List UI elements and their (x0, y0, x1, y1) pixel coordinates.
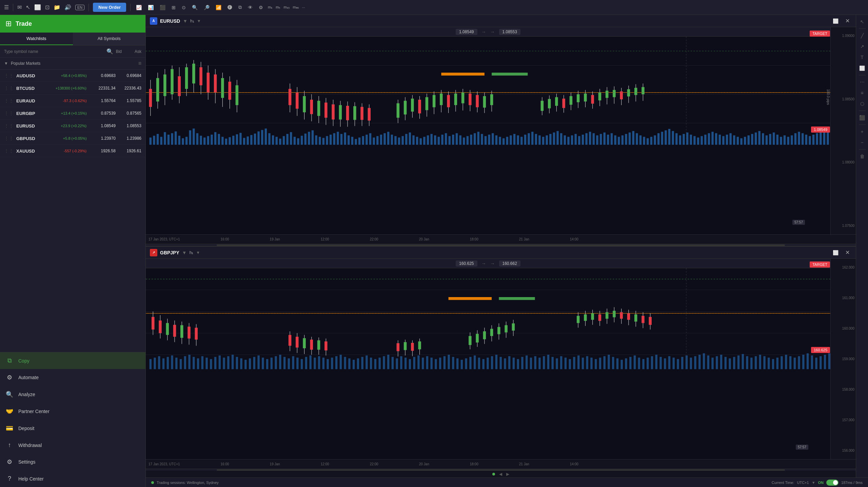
rt-zoom-in-icon[interactable]: + (859, 128, 865, 136)
svg-rect-128 (585, 133, 587, 145)
chart-toolbar-icons: 📈 📊 ⬛ ⊞ ⊙ 🔍 🔎 📶 🅕 ⧉ 👁 ⚙ m₁ m₅ m₁₅ m₃₀ ··… (135, 4, 864, 11)
m15-badge[interactable]: m₁₅ (283, 5, 289, 9)
chart1-expand-btn[interactable]: ⬜ (831, 18, 841, 24)
rt-line-icon[interactable]: ╱ (860, 32, 865, 40)
market-row[interactable]: ⋮⋮ EURGBP +13.4 (+0.15%) 0.87539 0.87565 (0, 107, 145, 120)
chart-layers-icon[interactable]: ⧉ (237, 4, 243, 11)
chart1-dropdown-icon[interactable]: ▼ (183, 18, 188, 24)
chart-zoom-icon[interactable]: 🔍 (191, 4, 199, 11)
m30-badge[interactable]: m₃₀ (293, 5, 299, 9)
market-row[interactable]: ⋮⋮ GBPUSD +5.8 (+0.05%) 1.23970 1.23986 (0, 132, 145, 145)
folder-icon[interactable]: 📁 (54, 4, 60, 11)
svg-rect-444 (711, 358, 713, 369)
chart-settings-icon[interactable]: ⚙ (257, 4, 264, 11)
chart-type-bar-icon[interactable]: 📊 (146, 4, 155, 11)
mail-icon[interactable]: ✉ (17, 4, 22, 11)
chart2-price-label-2: 161.000 (832, 296, 854, 300)
svg-rect-58 (333, 133, 335, 145)
search-input[interactable] (4, 49, 104, 54)
chart1-scrollbar[interactable] (146, 244, 856, 246)
rt-trash-icon[interactable]: 🗑 (859, 152, 866, 160)
svg-rect-111 (524, 135, 526, 145)
nav-icon: ↑ (5, 442, 14, 449)
chart1-close-btn[interactable]: ✕ (843, 17, 852, 25)
svg-rect-185 (791, 135, 793, 145)
speaker-icon[interactable]: 🔊 (64, 4, 71, 11)
chart2-x-label-7: 21 Jan (519, 462, 529, 466)
new-order-button[interactable]: New Order (93, 3, 126, 12)
svg-rect-359 (344, 357, 346, 369)
svg-rect-323 (188, 355, 190, 369)
market-row[interactable]: ⋮⋮ BTCUSD +138300 (+6.60%) 22331.34 2233… (0, 82, 145, 95)
rt-arrow-icon[interactable]: ↗ (859, 42, 866, 51)
nav-item-copy[interactable]: ⧉ Copy (0, 352, 145, 369)
market-row[interactable]: ⋮⋮ XAUUSD -557 (-0.29%) 1926.58 1926.61 (0, 145, 145, 157)
svg-rect-176 (758, 131, 760, 144)
svg-rect-357 (335, 356, 337, 369)
svg-rect-62 (348, 135, 350, 145)
rt-cursor-icon[interactable]: ↖ (859, 18, 866, 26)
menu-icon[interactable]: ☰ (4, 4, 9, 11)
chart-zoom2-icon[interactable]: 🔎 (202, 4, 211, 11)
svg-rect-165 (719, 135, 721, 145)
market-bid: 0.87539 (87, 111, 116, 116)
nav-item-deposit[interactable]: 💳 Deposit (0, 420, 145, 437)
svg-rect-103 (495, 135, 497, 145)
tab-all-symbols[interactable]: All Symbols (73, 33, 146, 45)
chart-type-candle-icon[interactable]: ⬛ (158, 4, 167, 11)
nav-item-help-center[interactable]: ? Help Center (0, 470, 145, 487)
timezone-dropdown-icon[interactable]: ▼ (812, 481, 815, 485)
svg-rect-182 (780, 137, 782, 144)
cursor-icon[interactable]: ↖ (26, 4, 30, 11)
chart2-dropdown-icon[interactable]: ▼ (182, 250, 187, 255)
market-ask: 1.23986 (116, 136, 141, 141)
nav-item-analyze[interactable]: 🔍 Analyze (0, 386, 145, 403)
collapse-icon[interactable]: ▼ (4, 61, 8, 66)
rt-channel-icon[interactable]: ≡ (859, 89, 865, 97)
search-icon[interactable]: 🔍 (106, 48, 113, 55)
market-row[interactable]: ⋮⋮ EURAUD -97.3 (-0.62%) 1.55764 1.55785 (0, 95, 145, 107)
chart1-tf-dropdown-icon[interactable]: ▼ (197, 19, 201, 23)
chart1-scroll-thumb[interactable] (217, 245, 785, 246)
layout-icon[interactable]: ⊡ (45, 4, 50, 11)
svg-rect-86 (434, 135, 436, 145)
more-badge[interactable]: ··· (302, 5, 305, 9)
m5-badge[interactable]: m₅ (276, 5, 280, 9)
svg-rect-171 (740, 138, 742, 145)
toggle-switch[interactable] (826, 480, 839, 486)
nav-item-partner-center[interactable]: 🤝 Partner Center (0, 403, 145, 420)
drag-icon: ⋮⋮ (4, 111, 14, 116)
chart-vol-icon[interactable]: 📶 (214, 4, 223, 11)
language-badge[interactable]: EN (75, 5, 84, 10)
chart-indicator-icon[interactable]: ⊙ (180, 4, 187, 11)
section-menu-icon[interactable]: ≡ (138, 60, 141, 66)
chart-eye-icon[interactable]: 👁 (246, 4, 254, 11)
chart2-tf-dropdown-icon[interactable]: ▼ (196, 250, 200, 255)
rt-zoom-out-icon[interactable]: − (859, 138, 865, 147)
svg-rect-325 (197, 358, 199, 369)
chart-fb-icon[interactable]: 🅕 (226, 4, 234, 11)
chart2-ctrl-left-icon[interactable]: ◀ (499, 472, 502, 476)
nav-item-automate[interactable]: ⚙ Automate (0, 369, 145, 386)
rt-purple-icon[interactable]: ⬛ (858, 114, 866, 122)
monitor-icon[interactable]: ⬜ (34, 4, 41, 11)
svg-rect-100 (485, 136, 487, 145)
nav-item-withdrawal[interactable]: ↑ Withdrawal (0, 437, 145, 453)
tab-watchlists[interactable]: Watchlists (0, 33, 73, 45)
rt-text-icon[interactable]: T (859, 53, 865, 61)
chart2-expand-btn[interactable]: ⬜ (831, 249, 841, 256)
chart2-close-btn[interactable]: ✕ (843, 249, 852, 256)
svg-rect-131 (596, 135, 598, 145)
chart-type-grid-icon[interactable]: ⊞ (170, 4, 177, 11)
rt-rect-icon[interactable]: ⬜ (858, 64, 866, 72)
nav-item-settings[interactable]: ⚙ Settings (0, 453, 145, 470)
chart2-ctrl-right-icon[interactable]: ▶ (506, 472, 509, 476)
market-row[interactable]: ⋮⋮ AUDUSD +58.4 (+0.85%) 0.69683 0.69684 (0, 70, 145, 82)
rt-measure-icon[interactable]: ⬡ (859, 100, 866, 108)
svg-rect-167 (726, 135, 728, 145)
m1-badge[interactable]: m₁ (268, 5, 272, 9)
rt-fib-icon[interactable]: ⋯ (859, 78, 866, 86)
rt-divider-2 (859, 75, 866, 75)
market-row[interactable]: ⋮⋮ EURUSD +23.9 (+0.22%) 1.08549 1.08553 (0, 120, 145, 132)
chart-type-line-icon[interactable]: 📈 (135, 4, 143, 11)
